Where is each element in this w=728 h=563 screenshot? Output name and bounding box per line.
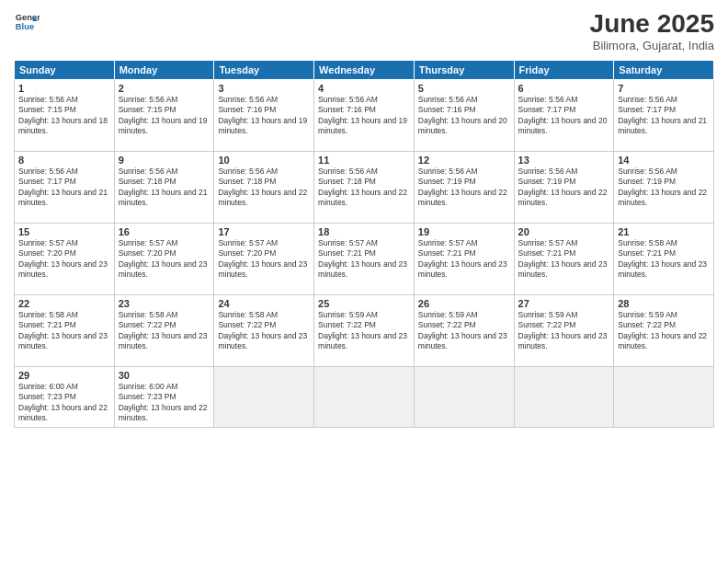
table-row: 24 Sunrise: 5:58 AMSunset: 7:22 PMDaylig… xyxy=(214,295,314,367)
table-row: 15 Sunrise: 5:57 AMSunset: 7:20 PMDaylig… xyxy=(15,224,115,295)
table-row: 3 Sunrise: 5:56 AMSunset: 7:16 PMDayligh… xyxy=(214,80,314,152)
table-row: 6 Sunrise: 5:56 AMSunset: 7:17 PMDayligh… xyxy=(514,80,614,152)
month-title: June 2025 xyxy=(590,9,714,39)
table-row: 30 Sunrise: 6:00 AMSunset: 7:23 PMDaylig… xyxy=(114,367,214,428)
table-row: 16 Sunrise: 5:57 AMSunset: 7:20 PMDaylig… xyxy=(114,224,214,295)
table-row: 21 Sunrise: 5:58 AMSunset: 7:21 PMDaylig… xyxy=(614,224,714,295)
col-saturday: Saturday xyxy=(614,61,714,80)
col-friday: Friday xyxy=(514,61,614,80)
table-row: 20 Sunrise: 5:57 AMSunset: 7:21 PMDaylig… xyxy=(514,224,614,295)
table-row: 29 Sunrise: 6:00 AMSunset: 7:23 PMDaylig… xyxy=(15,367,115,428)
table-row: 11 Sunrise: 5:56 AMSunset: 7:18 PMDaylig… xyxy=(314,152,415,224)
table-row: 25 Sunrise: 5:59 AMSunset: 7:22 PMDaylig… xyxy=(314,295,415,367)
table-row: 7 Sunrise: 5:56 AMSunset: 7:17 PMDayligh… xyxy=(614,80,714,152)
table-row: 28 Sunrise: 5:59 AMSunset: 7:22 PMDaylig… xyxy=(614,295,714,367)
table-row: 5 Sunrise: 5:56 AMSunset: 7:16 PMDayligh… xyxy=(414,80,514,152)
table-row xyxy=(214,367,314,428)
calendar-table: Sunday Monday Tuesday Wednesday Thursday… xyxy=(14,60,714,428)
table-row: 17 Sunrise: 5:57 AMSunset: 7:20 PMDaylig… xyxy=(214,224,314,295)
col-wednesday: Wednesday xyxy=(314,61,415,80)
location: Bilimora, Gujarat, India xyxy=(590,39,714,52)
table-row: 19 Sunrise: 5:57 AMSunset: 7:21 PMDaylig… xyxy=(414,224,514,295)
table-row: 9 Sunrise: 5:56 AMSunset: 7:18 PMDayligh… xyxy=(114,152,214,224)
table-row: 8 Sunrise: 5:56 AMSunset: 7:17 PMDayligh… xyxy=(15,152,115,224)
table-row: 27 Sunrise: 5:59 AMSunset: 7:22 PMDaylig… xyxy=(514,295,614,367)
table-row xyxy=(314,367,415,428)
col-tuesday: Tuesday xyxy=(214,61,314,80)
svg-text:Blue: Blue xyxy=(16,22,34,31)
table-row: 10 Sunrise: 5:56 AMSunset: 7:18 PMDaylig… xyxy=(214,152,314,224)
table-row: 14 Sunrise: 5:56 AMSunset: 7:19 PMDaylig… xyxy=(614,152,714,224)
title-block: June 2025 Bilimora, Gujarat, India xyxy=(590,9,714,52)
table-row xyxy=(514,367,614,428)
logo: General Blue xyxy=(14,9,40,35)
table-row: 26 Sunrise: 5:59 AMSunset: 7:22 PMDaylig… xyxy=(414,295,514,367)
calendar-header-row: Sunday Monday Tuesday Wednesday Thursday… xyxy=(15,61,714,80)
table-row: 18 Sunrise: 5:57 AMSunset: 7:21 PMDaylig… xyxy=(314,224,415,295)
table-row: 4 Sunrise: 5:56 AMSunset: 7:16 PMDayligh… xyxy=(314,80,415,152)
logo-icon: General Blue xyxy=(14,9,40,35)
table-row: 23 Sunrise: 5:58 AMSunset: 7:22 PMDaylig… xyxy=(114,295,214,367)
table-row: 2 Sunrise: 5:56 AMSunset: 7:15 PMDayligh… xyxy=(114,80,214,152)
col-sunday: Sunday xyxy=(15,61,115,80)
page-container: General Blue June 2025 Bilimora, Gujarat… xyxy=(0,0,728,563)
col-thursday: Thursday xyxy=(414,61,514,80)
col-monday: Monday xyxy=(114,61,214,80)
table-row xyxy=(614,367,714,428)
table-row xyxy=(414,367,514,428)
table-row: 12 Sunrise: 5:56 AMSunset: 7:19 PMDaylig… xyxy=(414,152,514,224)
table-row: 22 Sunrise: 5:58 AMSunset: 7:21 PMDaylig… xyxy=(15,295,115,367)
table-row: 13 Sunrise: 5:56 AMSunset: 7:19 PMDaylig… xyxy=(514,152,614,224)
header: General Blue June 2025 Bilimora, Gujarat… xyxy=(14,9,714,52)
table-row: 1 Sunrise: 5:56 AMSunset: 7:15 PMDayligh… xyxy=(15,80,115,152)
